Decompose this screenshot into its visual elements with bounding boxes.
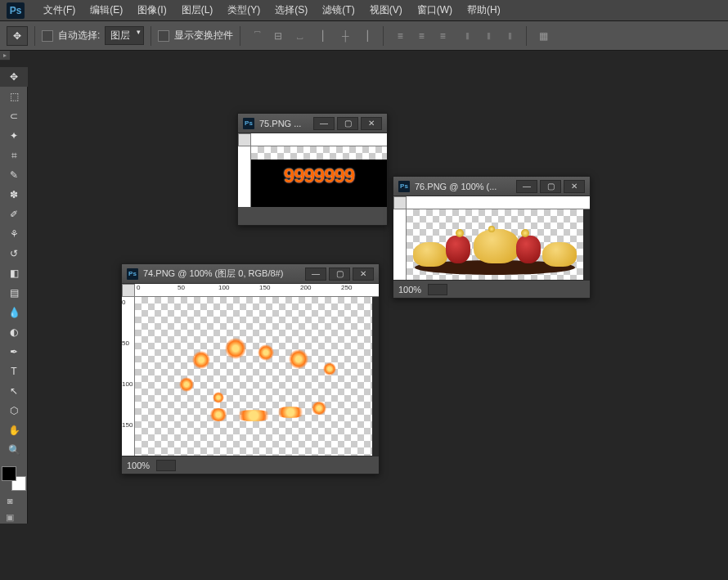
menu-filter[interactable]: 滤镜(T) — [315, 3, 362, 17]
tool-pen[interactable]: ✒ — [0, 342, 28, 362]
tool-brush[interactable]: ✐ — [0, 205, 28, 224]
minimize-button[interactable]: — — [313, 117, 335, 130]
close-button[interactable]: ✕ — [353, 268, 374, 281]
status-icon[interactable] — [156, 460, 176, 471]
distribute-right-icon[interactable]: ⦀ — [500, 27, 519, 45]
canvas-area[interactable] — [135, 297, 379, 456]
ruler-vertical[interactable] — [238, 146, 251, 207]
ruler-corner — [238, 133, 251, 146]
align-group-1: ⎴ ⊟ ⎵ — [247, 27, 309, 45]
tool-eyedropper[interactable]: ✎ — [0, 165, 28, 185]
align-vcenter-icon[interactable]: ⊟ — [268, 27, 288, 45]
show-transform-checkbox[interactable] — [158, 30, 169, 42]
auto-select-checkbox[interactable] — [42, 30, 53, 42]
status-bar: 100% — [393, 280, 590, 298]
titlebar[interactable]: Ps 76.PNG @ 100% (... — ▢ ✕ — [393, 177, 590, 196]
ruler-horizontal[interactable]: 0 50 100 150 200 250 — [135, 284, 379, 297]
current-tool-icon[interactable]: ✥ — [7, 26, 28, 46]
maximize-button[interactable]: ▢ — [337, 117, 358, 130]
ruler-horizontal[interactable] — [251, 133, 387, 146]
separator — [240, 26, 240, 46]
menu-image[interactable]: 图像(I) — [130, 3, 173, 17]
close-button[interactable]: ✕ — [564, 180, 585, 193]
menu-type[interactable]: 类型(Y) — [220, 3, 267, 17]
distribute-left-icon[interactable]: ⦀ — [457, 27, 477, 45]
ruler-tick: 200 — [300, 284, 311, 291]
panel-collapse-toggle[interactable]: ▸ — [0, 51, 10, 61]
align-top-icon[interactable]: ⎴ — [247, 27, 267, 45]
minimize-button[interactable]: — — [516, 180, 537, 193]
canvas-area[interactable]: 9999999 — [251, 146, 387, 207]
ruler-vertical[interactable]: 0 50 100 150 — [122, 297, 135, 456]
menu-help[interactable]: 帮助(H) — [460, 3, 508, 17]
tool-lasso[interactable]: ⊂ — [0, 106, 28, 126]
ps-file-icon: Ps — [127, 268, 138, 280]
distribute-top-icon[interactable]: ≡ — [390, 27, 410, 45]
doc-window-74[interactable]: Ps 74.PNG @ 100% (图层 0, RGB/8#) — ▢ ✕ 0 … — [121, 263, 380, 474]
quickmask-toggle[interactable]: ◙ — [3, 494, 16, 507]
auto-select-dropdown[interactable]: 图层 — [105, 26, 144, 45]
tool-zoom[interactable]: 🔍 — [0, 440, 28, 460]
tool-move[interactable]: ✥ — [0, 67, 28, 87]
align-hcenter-icon[interactable]: ┼ — [335, 27, 355, 45]
tool-eraser[interactable]: ◧ — [0, 263, 28, 283]
ruler-tick: 150 — [122, 421, 133, 429]
doc-window-75[interactable]: Ps 75.PNG ... — ▢ ✕ 9999999 — [237, 113, 388, 226]
titlebar[interactable]: Ps 74.PNG @ 100% (图层 0, RGB/8#) — ▢ ✕ — [122, 264, 379, 284]
options-bar: ✥ 自动选择: 图层 显示变换控件 ⎴ ⊟ ⎵ ⎢ ┼ ⎥ ≡ ≡ ≡ ⦀ ⦀ … — [0, 21, 728, 51]
maximize-button[interactable]: ▢ — [329, 268, 350, 281]
ruler-tick: 50 — [122, 339, 129, 347]
menu-file[interactable]: 文件(F) — [36, 3, 83, 17]
distribute-vcenter-icon[interactable]: ≡ — [411, 27, 431, 45]
ruler-tick: 100 — [122, 380, 133, 388]
menu-view[interactable]: 视图(V) — [362, 3, 410, 17]
foreground-color[interactable] — [2, 466, 16, 481]
screenmode-toggle[interactable]: ▣ — [3, 510, 16, 524]
tool-type[interactable]: T — [0, 362, 28, 381]
title-text: 76.PNG @ 100% (... — [415, 182, 514, 191]
zoom-level[interactable]: 100% — [398, 285, 421, 294]
canvas-area[interactable] — [407, 209, 590, 280]
tool-dodge[interactable]: ◐ — [0, 322, 28, 342]
canvas[interactable]: 9999999 — [251, 146, 387, 207]
distribute-hcenter-icon[interactable]: ⦀ — [479, 27, 498, 45]
titlebar[interactable]: Ps 75.PNG ... — ▢ ✕ — [238, 114, 387, 133]
color-swatches[interactable] — [2, 466, 26, 491]
doc-window-76[interactable]: Ps 76.PNG @ 100% (... — ▢ ✕ 100% — [393, 176, 591, 299]
maximize-button[interactable]: ▢ — [540, 180, 561, 193]
tool-stamp[interactable]: ⚘ — [0, 224, 28, 244]
zoom-level[interactable]: 100% — [127, 461, 150, 470]
distribute-bottom-icon[interactable]: ≡ — [433, 27, 452, 45]
ruler-tick: 50 — [178, 284, 185, 291]
tool-healing[interactable]: ✽ — [0, 185, 28, 205]
tool-wand[interactable]: ✦ — [0, 126, 28, 146]
ruler-vertical[interactable] — [393, 209, 407, 280]
ruler-tick: 150 — [259, 284, 270, 291]
tool-path[interactable]: ↖ — [0, 381, 28, 401]
arrange-icon[interactable]: ▦ — [533, 27, 553, 45]
minimize-button[interactable]: — — [305, 268, 326, 281]
tool-crop[interactable]: ⌗ — [0, 146, 28, 165]
menu-edit[interactable]: 编辑(E) — [83, 3, 130, 17]
align-bottom-icon[interactable]: ⎵ — [290, 27, 309, 45]
align-group-2: ⎢ ┼ ⎥ — [314, 27, 376, 45]
ruler-tick: 0 — [137, 284, 140, 291]
align-left-icon[interactable]: ⎢ — [314, 27, 334, 45]
ruler-horizontal[interactable] — [407, 196, 590, 209]
tool-history-brush[interactable]: ↺ — [0, 244, 28, 263]
menu-window[interactable]: 窗口(W) — [410, 3, 460, 17]
tool-shape[interactable]: ⬡ — [0, 401, 28, 420]
canvas[interactable] — [407, 209, 583, 280]
tool-hand[interactable]: ✋ — [0, 420, 28, 440]
tool-gradient[interactable]: ▤ — [0, 283, 28, 303]
tool-marquee[interactable]: ⬚ — [0, 87, 28, 106]
status-icon[interactable] — [428, 284, 447, 295]
separator — [151, 26, 151, 46]
menu-select[interactable]: 选择(S) — [267, 3, 315, 17]
app-logo: Ps — [7, 2, 25, 19]
align-right-icon[interactable]: ⎥ — [357, 27, 376, 45]
tool-blur[interactable]: 💧 — [0, 303, 28, 322]
close-button[interactable]: ✕ — [361, 117, 382, 130]
menu-layer[interactable]: 图层(L) — [174, 3, 221, 17]
canvas[interactable] — [135, 297, 372, 456]
